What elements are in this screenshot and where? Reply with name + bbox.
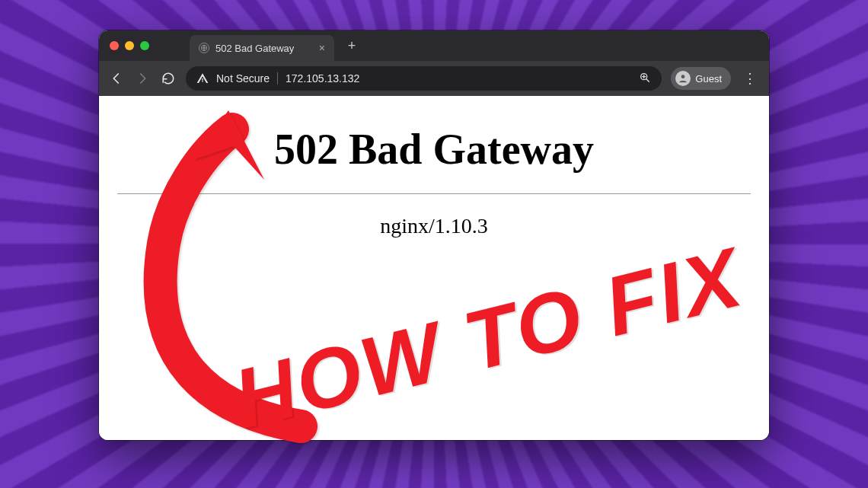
security-status-label: Not Secure [216, 72, 270, 85]
avatar-icon [675, 71, 691, 86]
reload-button[interactable] [160, 70, 177, 87]
zoom-icon[interactable] [639, 72, 651, 86]
separator [277, 72, 278, 85]
server-signature: nginx/1.10.3 [99, 214, 769, 238]
close-window-button[interactable] [110, 41, 119, 50]
back-button[interactable] [108, 70, 125, 87]
browser-window: 502 Bad Gateway × + Not Secure 172.105.1… [99, 30, 769, 440]
titlebar: 502 Bad Gateway × + [99, 30, 769, 61]
url-text: 172.105.13.132 [286, 72, 631, 85]
toolbar: Not Secure 172.105.13.132 Guest ⋮ [99, 61, 769, 96]
tab-title: 502 Bad Gateway [215, 43, 294, 54]
new-tab-button[interactable]: + [342, 36, 362, 56]
profile-chip[interactable]: Guest [671, 67, 731, 90]
profile-label: Guest [695, 73, 722, 85]
forward-button[interactable] [134, 70, 151, 87]
close-tab-button[interactable]: × [319, 42, 325, 54]
error-heading: 502 Bad Gateway [99, 125, 769, 174]
tab-strip: 502 Bad Gateway × + [190, 30, 362, 61]
divider [117, 193, 751, 194]
svg-point-5 [681, 75, 685, 78]
browser-tab[interactable]: 502 Bad Gateway × [190, 35, 334, 61]
svg-line-2 [646, 79, 649, 81]
globe-icon [199, 43, 209, 53]
maximize-window-button[interactable] [140, 41, 149, 50]
not-secure-warning-icon [196, 72, 209, 85]
window-controls [110, 41, 149, 50]
address-bar[interactable]: Not Secure 172.105.13.132 [186, 66, 662, 91]
kebab-menu-button[interactable]: ⋮ [740, 70, 760, 87]
minimize-window-button[interactable] [125, 41, 134, 50]
page-viewport: 502 Bad Gateway nginx/1.10.3 [99, 96, 769, 440]
